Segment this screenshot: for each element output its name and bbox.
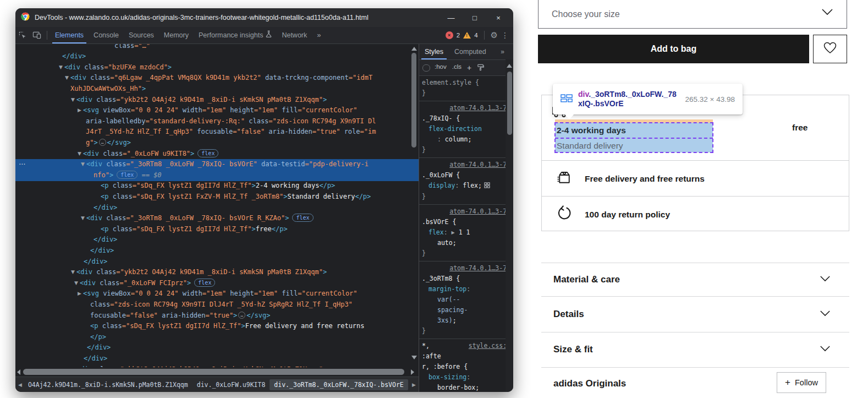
flex-badge[interactable]: flex <box>117 171 138 179</box>
css-line[interactable]: 3xs); <box>422 315 510 326</box>
breadcrumb-item[interactable]: O4Aj42.k9D41m._8xiD-i.sKmkSN.pMa0tB.Z1Xq… <box>24 379 193 390</box>
css-line[interactable]: ._3oRTm8 { <box>422 274 510 284</box>
stylesheet-link[interactable]: atom-74.0.1…3-7… <box>449 264 510 272</box>
code-line[interactable]: ▼<div class="bzUFXe mzdoCd"> <box>15 62 419 73</box>
elements-horizontal-scrollbar[interactable] <box>15 367 419 377</box>
code-line[interactable]: ▼<div class="_0xLoFW FCIprz">flex <box>15 278 419 289</box>
code-line[interactable]: J4rT _5Yd-hZ HlZ_Tf I_qHp3" focusable="f… <box>15 127 419 138</box>
css-line[interactable]: atom-74.0.1…3-7… <box>422 103 510 113</box>
flex-editor-icon[interactable] <box>484 181 490 192</box>
css-line[interactable]: var(-- <box>422 295 510 305</box>
code-line[interactable]: </div> <box>15 51 419 62</box>
devtools-tab-memory[interactable]: Memory <box>159 27 194 43</box>
scrollbar-thumb[interactable] <box>507 72 512 135</box>
code-line[interactable]: ⋯▼<div class="_3oRTm8 _0xLoFW _78xIQ- bs… <box>15 159 419 170</box>
minimize-button[interactable]: — <box>442 14 460 22</box>
styles-toolbar-button[interactable]: :hov <box>435 63 447 72</box>
warning-icon[interactable] <box>463 32 471 39</box>
code-line[interactable]: XuhJDCwAWtwOXs_Hh"> <box>15 84 419 95</box>
devtools-tab-elements[interactable]: Elements <box>50 27 89 43</box>
css-line[interactable]: atom-74.0.1…3-7… <box>422 263 510 274</box>
code-line[interactable]: ▼<div class="_0xLoFW u9KIT8">flex <box>15 149 419 160</box>
flex-badge[interactable]: flex <box>292 214 313 222</box>
css-line[interactable]: display: flex; <box>422 181 510 192</box>
size-select[interactable]: Choose your size <box>538 0 847 29</box>
scroll-up-icon[interactable] <box>507 64 512 68</box>
stylesheet-link[interactable]: atom-74.0.1…3-7… <box>449 104 510 112</box>
code-line[interactable]: ▼<div class="q6Lgaw _4qpPat VMq8QX k9D41… <box>15 73 419 84</box>
styles-toolbar-button[interactable]: .cls <box>452 63 462 72</box>
code-line[interactable]: nfo">flex == $0 <box>15 170 419 181</box>
css-line[interactable]: .bsVOrE { <box>422 217 510 227</box>
code-line[interactable]: class="zds-icon RC794g X9n9TI DlJ4rT _5Y… <box>15 299 419 310</box>
code-line[interactable]: </p> <box>15 332 419 343</box>
css-line[interactable]: atom-74.0.1…3-7… <box>422 206 510 217</box>
code-line[interactable]: </div> <box>15 342 419 353</box>
css-line[interactable]: } <box>422 326 510 336</box>
flex-badge[interactable]: flex <box>197 149 218 157</box>
code-line[interactable]: ▼<div class="ykb2t2 O4Aj42 k9D41m _8xiD-… <box>15 267 419 278</box>
breadcrumb-item[interactable]: div._0xLoFW.u9KIT8 <box>193 379 270 390</box>
css-line[interactable]: } <box>422 145 510 155</box>
close-button[interactable]: × <box>489 14 508 22</box>
follow-button[interactable]: + Follow <box>777 372 826 393</box>
scroll-left-icon[interactable] <box>17 369 20 375</box>
styles-toolbar-button[interactable]: + <box>467 63 471 72</box>
accordion-details[interactable]: Details <box>541 296 849 332</box>
error-icon[interactable]: × <box>446 31 453 39</box>
code-line[interactable]: </div> <box>15 257 419 268</box>
devtools-tab-network[interactable]: Network <box>277 27 312 43</box>
code-line[interactable]: g">…</svg> <box>15 138 419 149</box>
css-line[interactable]: ._0xLoFW { <box>422 170 510 181</box>
kebab-menu-icon[interactable]: ⋮ <box>501 31 509 40</box>
code-line[interactable]: class="…" <box>15 44 419 52</box>
breadcrumb-scroll-right-icon[interactable]: ▶ <box>410 382 417 388</box>
breadcrumb-item[interactable]: div._3oRTm8._0xLoFW._78xIQ-.bsVOrE <box>270 379 408 390</box>
styles-tab-computed[interactable]: Computed <box>449 44 492 59</box>
settings-gear-icon[interactable]: ⚙ <box>491 30 498 40</box>
code-line[interactable]: </div> <box>15 235 419 246</box>
stylesheet-link[interactable]: style.css:1 <box>469 342 510 350</box>
code-line[interactable]: </div> <box>15 353 419 364</box>
scrollbar-thumb[interactable] <box>23 369 404 375</box>
css-line[interactable]: } <box>422 88 510 99</box>
code-line[interactable]: <p class="sDq_FX lystZ1 FxZV-M HlZ_Tf _3… <box>15 192 419 203</box>
css-line[interactable]: margin-top: <box>422 284 510 295</box>
css-line[interactable]: style.css:1*, <box>422 341 510 351</box>
more-actions-icon[interactable]: ⋯ <box>19 159 25 170</box>
css-line[interactable]: spacing- <box>422 305 510 315</box>
paint-roller-icon[interactable] <box>477 64 484 72</box>
breadcrumb-scroll-left-icon[interactable]: ◀ <box>17 382 24 388</box>
css-line[interactable]: ._78xIQ- { <box>422 113 510 124</box>
error-count[interactable]: 2 <box>457 32 460 39</box>
css-line[interactable]: flex: ▶ 1 1 <box>422 227 510 238</box>
scroll-right-icon[interactable] <box>411 369 414 375</box>
devtools-tab-console[interactable]: Console <box>89 27 124 43</box>
css-line[interactable]: box-sizing: <box>422 372 510 383</box>
code-line[interactable]: ▶<svg viewBox="0 0 24 24" width="1em" he… <box>15 288 419 299</box>
css-line[interactable]: border-box; <box>422 383 510 392</box>
device-toolbar-icon[interactable] <box>30 29 44 41</box>
css-line[interactable]: } <box>422 192 510 202</box>
styles-scrollbar[interactable] <box>506 59 513 392</box>
css-line[interactable]: : column; <box>422 134 510 145</box>
code-line[interactable]: <p class="sDq_FX lystZ1 dgII7d HlZ_Tf">2… <box>15 181 419 192</box>
wishlist-button[interactable] <box>813 35 847 63</box>
warning-count[interactable]: 4 <box>474 32 477 39</box>
more-tabs-icon[interactable]: » <box>312 27 326 43</box>
css-line[interactable]: auto; <box>422 238 510 248</box>
css-line[interactable]: r, :before { <box>422 362 510 372</box>
devtools-tab-performance-insights[interactable]: Performance insights <box>194 27 277 43</box>
add-to-bag-button[interactable]: Add to bag <box>538 35 809 63</box>
devtools-tab-sources[interactable]: Sources <box>124 27 159 43</box>
css-line[interactable]: :afte <box>422 351 510 362</box>
filter-input[interactable] <box>422 64 430 72</box>
stylesheet-link[interactable]: atom-74.0.1…3-7… <box>449 208 510 215</box>
code-line[interactable]: ▼<div class="ykb2t2 O4Aj42 k9D41m _8xiD-… <box>15 95 419 106</box>
code-line[interactable]: <p class="sDq_FX lystZ1 dgII7d HlZ_Tf">F… <box>15 321 419 332</box>
code-line[interactable]: ▼<div class="_3oRTm8 _0xLoFW _78xIQ- bsV… <box>15 213 419 224</box>
css-line[interactable]: } <box>422 248 510 259</box>
styles-more-tabs-icon[interactable]: » <box>501 48 513 56</box>
stylesheet-link[interactable]: atom-74.0.1…3-7… <box>449 161 510 168</box>
code-line[interactable]: ▶<svg viewBox="0 0 24 24" width="1em" he… <box>15 105 419 116</box>
